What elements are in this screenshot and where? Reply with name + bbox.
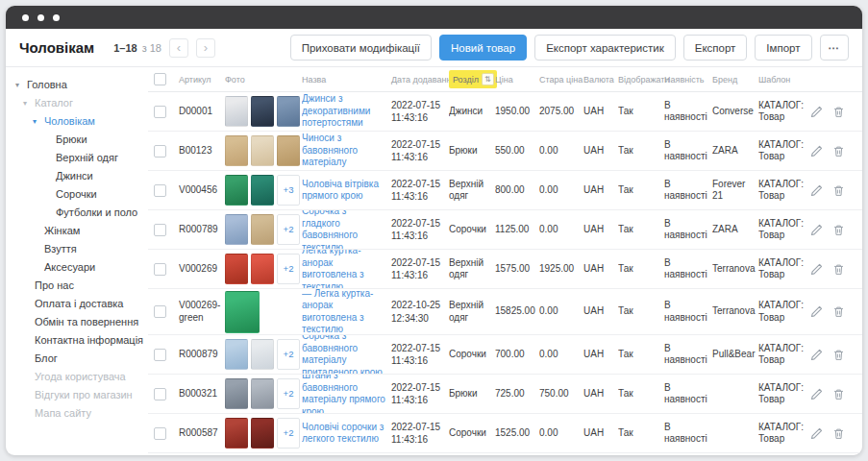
sort-icon[interactable]: ⇅ bbox=[482, 73, 494, 85]
product-photo[interactable] bbox=[225, 339, 248, 370]
sidebar-item[interactable]: Брюки bbox=[6, 131, 148, 149]
delete-icon[interactable] bbox=[832, 349, 845, 361]
hide-modifications-button[interactable]: Приховати модифікації bbox=[290, 35, 432, 61]
import-button[interactable]: Імпорт bbox=[755, 35, 811, 61]
more-actions-button[interactable]: ⋯ bbox=[820, 35, 850, 61]
edit-icon[interactable] bbox=[810, 145, 823, 158]
row-checkbox[interactable] bbox=[154, 305, 166, 318]
product-brand: ZARA bbox=[712, 224, 758, 236]
row-checkbox[interactable] bbox=[154, 145, 166, 158]
product-name-link[interactable]: Легка куртка-анорак виготовлена з тексти… bbox=[302, 250, 386, 289]
product-photo[interactable] bbox=[251, 135, 274, 166]
sidebar-item[interactable]: Жінкам bbox=[6, 222, 148, 240]
chevron-down-icon[interactable]: ▾ bbox=[23, 94, 27, 112]
sidebar-item[interactable]: Верхній одяг bbox=[6, 149, 148, 167]
product-photo[interactable] bbox=[277, 135, 300, 166]
product-name-link[interactable]: Чоловічі сорочки з легкого текстилю bbox=[302, 422, 386, 446]
edit-icon[interactable] bbox=[810, 388, 823, 400]
sidebar-item[interactable]: Про нас bbox=[6, 277, 148, 295]
export-characteristics-button[interactable]: Експорт характеристик bbox=[534, 35, 676, 61]
sidebar-item[interactable]: Відгуки про магазин bbox=[6, 386, 148, 404]
product-photo[interactable] bbox=[225, 175, 248, 206]
delete-icon[interactable] bbox=[832, 184, 845, 197]
pagination-prev-button[interactable]: ‹ bbox=[169, 38, 188, 58]
product-photo[interactable] bbox=[225, 254, 248, 284]
delete-icon[interactable] bbox=[832, 145, 845, 158]
product-photo[interactable] bbox=[225, 135, 248, 166]
table-row: R000789+2Сорочка з гладкого бавовняного … bbox=[148, 210, 862, 250]
window-control-dot[interactable] bbox=[37, 14, 44, 21]
pagination-next-button[interactable]: › bbox=[196, 38, 215, 58]
row-checkbox[interactable] bbox=[154, 388, 166, 400]
sidebar-item[interactable]: Контактна інформація bbox=[6, 331, 148, 350]
sidebar-item[interactable]: ▾Чоловікам bbox=[6, 112, 148, 131]
row-checkbox[interactable] bbox=[154, 263, 166, 276]
sidebar-item[interactable]: Сорочки bbox=[6, 185, 148, 204]
export-button[interactable]: Експорт bbox=[683, 35, 748, 61]
sidebar-item[interactable]: Джинси bbox=[6, 167, 148, 185]
product-photo[interactable] bbox=[251, 175, 274, 206]
sidebar-item[interactable]: Аксесуари bbox=[6, 258, 148, 277]
product-photo[interactable] bbox=[277, 96, 300, 127]
delete-icon[interactable] bbox=[832, 388, 845, 400]
sidebar-item[interactable]: Угода користувача bbox=[6, 368, 148, 386]
new-product-button[interactable]: Новий товар bbox=[439, 35, 527, 61]
edit-icon[interactable] bbox=[810, 263, 823, 276]
product-name-link[interactable]: Сорочка з гладкого бавовняного текстилю bbox=[302, 210, 386, 250]
sidebar-item[interactable]: Оплата і доставка bbox=[6, 295, 148, 313]
sidebar-item[interactable]: Обмін та повернення bbox=[6, 313, 148, 331]
delete-icon[interactable] bbox=[832, 106, 845, 118]
more-photos-badge[interactable]: +2 bbox=[277, 339, 300, 370]
product-photo[interactable] bbox=[225, 291, 260, 333]
edit-icon[interactable] bbox=[810, 184, 823, 197]
column-header: Назва bbox=[302, 75, 391, 85]
product-photo[interactable] bbox=[251, 96, 274, 127]
product-photo[interactable] bbox=[251, 339, 274, 370]
product-photo[interactable] bbox=[225, 378, 248, 409]
product-photo[interactable] bbox=[225, 214, 248, 245]
chevron-down-icon[interactable]: ▾ bbox=[15, 76, 19, 94]
edit-icon[interactable] bbox=[810, 349, 823, 361]
window-control-dot[interactable] bbox=[22, 14, 29, 21]
more-photos-badge[interactable]: +2 bbox=[277, 378, 300, 409]
chevron-down-icon[interactable]: ▾ bbox=[33, 112, 37, 131]
sidebar-item[interactable]: Взуття bbox=[6, 240, 148, 258]
edit-icon[interactable] bbox=[810, 224, 823, 236]
product-photo[interactable] bbox=[251, 254, 274, 284]
delete-icon[interactable] bbox=[832, 305, 845, 318]
delete-icon[interactable] bbox=[832, 263, 845, 276]
product-photo[interactable] bbox=[225, 96, 248, 127]
product-photo[interactable] bbox=[251, 378, 274, 409]
product-name-link[interactable]: Чоловіча вітрівка прямого крою bbox=[302, 179, 386, 203]
product-name-cell: Чоловіча вітрівка прямого крою bbox=[302, 179, 391, 203]
product-name-link[interactable]: Сорочка з бавовняного матеріалу притален… bbox=[302, 335, 386, 375]
more-photos-badge[interactable]: +2 bbox=[277, 418, 300, 449]
product-name-link[interactable]: — Легка куртка-анорак виготовлена з текс… bbox=[302, 289, 386, 335]
product-name-link[interactable]: Чиноси з бавовняного матеріалу bbox=[302, 133, 386, 169]
product-photo[interactable] bbox=[251, 214, 274, 245]
delete-icon[interactable] bbox=[832, 427, 845, 440]
product-photo[interactable] bbox=[251, 418, 274, 449]
edit-icon[interactable] bbox=[810, 106, 823, 118]
more-photos-badge[interactable]: +2 bbox=[277, 214, 300, 245]
row-checkbox[interactable] bbox=[154, 106, 166, 118]
sidebar-item[interactable]: ▾Каталог bbox=[6, 94, 148, 112]
row-checkbox[interactable] bbox=[154, 349, 166, 361]
more-photos-badge[interactable]: +3 bbox=[277, 175, 300, 206]
product-name-link[interactable]: Штани з бавовняного матеріалу прямого кр… bbox=[302, 375, 386, 414]
row-checkbox[interactable] bbox=[154, 184, 166, 197]
product-name-link[interactable]: Джинси з декоративними потертостями bbox=[302, 93, 386, 130]
select-all-checkbox[interactable] bbox=[154, 73, 166, 85]
edit-icon[interactable] bbox=[810, 305, 823, 318]
more-photos-badge[interactable]: +2 bbox=[277, 254, 300, 284]
sidebar-item[interactable]: Блог bbox=[6, 350, 148, 368]
window-control-dot[interactable] bbox=[53, 14, 60, 21]
sidebar-item[interactable]: ▾Головна bbox=[6, 76, 148, 94]
sidebar-item[interactable]: Футболки и поло bbox=[6, 204, 148, 222]
delete-icon[interactable] bbox=[832, 224, 845, 236]
edit-icon[interactable] bbox=[810, 427, 823, 440]
row-checkbox[interactable] bbox=[154, 224, 166, 236]
row-checkbox[interactable] bbox=[154, 427, 166, 440]
product-photo[interactable] bbox=[225, 418, 248, 449]
sidebar-item[interactable]: Мапа сайту bbox=[6, 404, 148, 423]
